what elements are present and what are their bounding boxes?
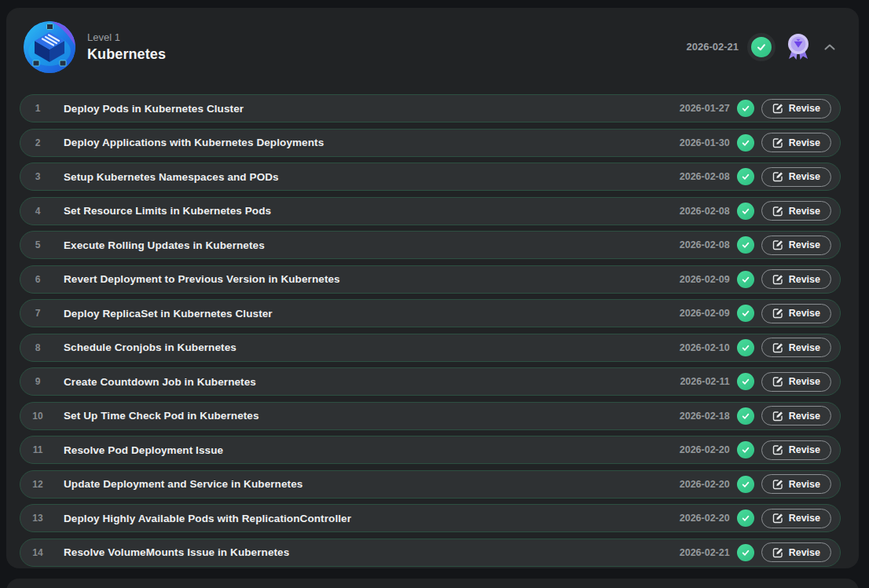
- chevron-up-icon: [824, 44, 835, 50]
- revise-label: Revise: [789, 206, 820, 217]
- level-card: Level 1 Kubernetes 2026-02-21: [6, 8, 859, 568]
- task-row[interactable]: 13 Deploy Highly Available Pods with Rep…: [20, 504, 841, 532]
- task-row[interactable]: 7 Deploy ReplicaSet in Kubernetes Cluste…: [20, 299, 841, 327]
- task-number: 3: [20, 171, 55, 182]
- task-title: Deploy Pods in Kubernetes Cluster: [64, 103, 244, 115]
- task-number: 13: [20, 513, 55, 524]
- task-row[interactable]: 14 Resolve VolumeMounts Issue in Kuberne…: [20, 539, 841, 567]
- revise-button[interactable]: Revise: [761, 474, 831, 494]
- task-row[interactable]: 12 Update Deployment and Service in Kube…: [20, 470, 841, 499]
- task-completed-date: 2026-01-30: [680, 137, 730, 148]
- revise-button[interactable]: Revise: [761, 269, 831, 289]
- check-icon: [737, 134, 754, 152]
- task-row[interactable]: 9 Create Countdown Job in Kubernetes 202…: [20, 367, 841, 396]
- task-completed-date: 2026-02-08: [680, 239, 730, 250]
- revise-label: Revise: [789, 376, 820, 387]
- revise-button[interactable]: Revise: [761, 406, 831, 425]
- edit-icon: [772, 137, 783, 148]
- task-row[interactable]: 2 Deploy Applications with Kubernetes De…: [20, 129, 841, 157]
- revise-label: Revise: [789, 171, 820, 182]
- revise-label: Revise: [789, 137, 820, 148]
- task-completed-date: 2026-02-18: [680, 411, 730, 422]
- task-completed-date: 2026-02-09: [680, 308, 730, 319]
- task-title: Resolve Pod Deployment Issue: [64, 444, 223, 456]
- task-number: 6: [20, 274, 55, 285]
- edit-icon: [772, 274, 783, 285]
- level-card-header[interactable]: Level 1 Kubernetes 2026-02-21: [6, 8, 859, 75]
- task-completed-date: 2026-02-20: [680, 444, 730, 455]
- revise-button[interactable]: Revise: [761, 236, 831, 255]
- task-number: 11: [20, 444, 55, 455]
- task-number: 10: [20, 411, 55, 422]
- revise-label: Revise: [789, 444, 820, 455]
- task-row[interactable]: 11 Resolve Pod Deployment Issue 2026-02-…: [20, 436, 841, 464]
- task-completed-date: 2026-01-27: [680, 103, 730, 114]
- check-icon: [737, 100, 754, 117]
- task-title: Setup Kubernetes Namespaces and PODs: [64, 171, 279, 183]
- task-title: Set Up Time Check Pod in Kubernetes: [64, 410, 259, 422]
- check-icon: [737, 509, 754, 527]
- edit-icon: [772, 239, 783, 250]
- revise-label: Revise: [789, 308, 820, 319]
- revise-button[interactable]: Revise: [761, 167, 831, 187]
- task-title: Update Deployment and Service in Kuberne…: [64, 478, 302, 490]
- revise-button[interactable]: Revise: [761, 133, 831, 152]
- check-icon: [737, 476, 754, 493]
- task-number: 1: [20, 103, 55, 114]
- level-completed-date: 2026-02-21: [687, 41, 739, 53]
- task-completed-date: 2026-02-20: [680, 513, 730, 524]
- revise-button[interactable]: Revise: [761, 372, 831, 392]
- task-completed-date: 2026-02-08: [680, 171, 730, 182]
- task-title: Revert Deployment to Previous Version in…: [64, 273, 340, 285]
- header-right-cluster: 2026-02-21: [687, 32, 839, 62]
- task-completed-date: 2026-02-20: [680, 479, 730, 490]
- revise-label: Revise: [789, 239, 820, 250]
- task-number: 5: [20, 239, 55, 250]
- check-icon: [737, 544, 754, 561]
- task-row[interactable]: 1 Deploy Pods in Kubernetes Cluster 2026…: [20, 94, 841, 122]
- edit-icon: [772, 308, 783, 319]
- task-title: Schedule Cronjobs in Kubernetes: [64, 341, 236, 353]
- edit-icon: [772, 206, 783, 217]
- revise-button[interactable]: Revise: [761, 509, 831, 528]
- task-completed-date: 2026-02-10: [680, 342, 730, 353]
- task-number: 7: [20, 308, 55, 319]
- check-icon: [747, 33, 776, 61]
- next-level-card-partial[interactable]: [6, 579, 859, 588]
- task-list: 1 Deploy Pods in Kubernetes Cluster 2026…: [6, 75, 859, 567]
- task-row[interactable]: 6 Revert Deployment to Previous Version …: [20, 265, 841, 294]
- revise-label: Revise: [789, 513, 820, 524]
- check-icon: [737, 305, 754, 322]
- revise-button[interactable]: Revise: [761, 304, 831, 323]
- revise-label: Revise: [789, 274, 820, 285]
- revise-button[interactable]: Revise: [761, 338, 831, 357]
- task-row[interactable]: 10 Set Up Time Check Pod in Kubernetes 2…: [20, 402, 841, 430]
- task-title: Deploy ReplicaSet in Kubernetes Cluster: [64, 308, 273, 320]
- collapse-button[interactable]: [821, 41, 838, 53]
- check-icon: [737, 271, 754, 288]
- task-title: Deploy Applications with Kubernetes Depl…: [64, 137, 324, 148]
- revise-button[interactable]: Revise: [761, 201, 831, 221]
- task-row[interactable]: 5 Execute Rolling Updates in Kubernetes …: [20, 231, 841, 259]
- task-row[interactable]: 4 Set Resource Limits in Kubernetes Pods…: [20, 197, 841, 225]
- task-number: 12: [20, 479, 55, 490]
- edit-icon: [772, 411, 783, 422]
- edit-icon: [772, 444, 783, 455]
- revise-button[interactable]: Revise: [761, 542, 831, 562]
- edit-icon: [772, 171, 783, 182]
- task-title: Deploy Highly Available Pods with Replic…: [64, 513, 351, 524]
- check-icon: [737, 441, 754, 458]
- task-title: Execute Rolling Updates in Kubernetes: [64, 239, 265, 251]
- edit-icon: [772, 103, 783, 114]
- revise-label: Revise: [789, 479, 820, 490]
- check-icon: [737, 236, 754, 254]
- task-row[interactable]: 8 Schedule Cronjobs in Kubernetes 2026-0…: [20, 334, 841, 362]
- revise-button[interactable]: Revise: [761, 440, 831, 460]
- revise-button[interactable]: Revise: [761, 99, 831, 119]
- edit-icon: [772, 342, 783, 353]
- task-number: 9: [20, 376, 55, 387]
- revise-label: Revise: [789, 547, 820, 558]
- task-row[interactable]: 3 Setup Kubernetes Namespaces and PODs 2…: [20, 163, 841, 191]
- task-title: Resolve VolumeMounts Issue in Kubernetes: [64, 546, 289, 558]
- check-icon: [737, 203, 754, 220]
